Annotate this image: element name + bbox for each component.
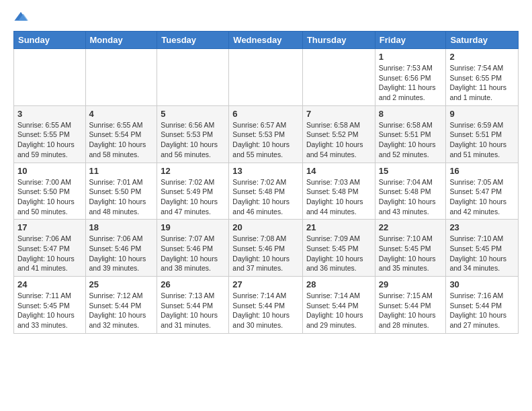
day-info: Sunrise: 7:00 AM Sunset: 5:50 PM Dayligh…	[17, 177, 82, 217]
logo	[13, 11, 31, 23]
day-cell: 10Sunrise: 7:00 AM Sunset: 5:50 PM Dayli…	[14, 163, 86, 220]
day-number: 17	[17, 222, 82, 232]
day-cell: 1Sunrise: 7:53 AM Sunset: 6:56 PM Daylig…	[375, 49, 446, 106]
day-cell: 3Sunrise: 6:55 AM Sunset: 5:55 PM Daylig…	[14, 105, 86, 163]
day-cell: 20Sunrise: 7:08 AM Sunset: 5:46 PM Dayli…	[229, 220, 303, 277]
day-number: 2	[449, 52, 515, 62]
calendar-table: SundayMondayTuesdayWednesdayThursdayFrid…	[13, 31, 519, 334]
day-info: Sunrise: 7:02 AM Sunset: 5:48 PM Dayligh…	[232, 177, 299, 217]
day-number: 16	[449, 166, 515, 176]
day-cell: 13Sunrise: 7:02 AM Sunset: 5:48 PM Dayli…	[229, 163, 303, 220]
day-cell: 23Sunrise: 7:10 AM Sunset: 5:45 PM Dayli…	[446, 220, 519, 277]
day-info: Sunrise: 6:56 AM Sunset: 5:53 PM Dayligh…	[161, 120, 225, 160]
day-cell: 4Sunrise: 6:55 AM Sunset: 5:54 PM Daylig…	[85, 105, 157, 163]
col-header-monday: Monday	[85, 32, 157, 49]
day-cell: 6Sunrise: 6:57 AM Sunset: 5:53 PM Daylig…	[229, 105, 303, 163]
day-number: 15	[379, 166, 443, 176]
day-cell: 27Sunrise: 7:14 AM Sunset: 5:44 PM Dayli…	[229, 277, 303, 334]
day-number: 27	[232, 279, 299, 289]
day-cell: 11Sunrise: 7:01 AM Sunset: 5:50 PM Dayli…	[85, 163, 157, 220]
day-info: Sunrise: 6:58 AM Sunset: 5:52 PM Dayligh…	[306, 120, 371, 160]
day-cell: 16Sunrise: 7:05 AM Sunset: 5:47 PM Dayli…	[446, 163, 519, 220]
day-number: 11	[89, 166, 154, 176]
col-header-friday: Friday	[375, 32, 446, 49]
day-info: Sunrise: 7:10 AM Sunset: 5:45 PM Dayligh…	[379, 234, 443, 273]
week-row-4: 17Sunrise: 7:06 AM Sunset: 5:47 PM Dayli…	[14, 220, 519, 277]
day-info: Sunrise: 6:55 AM Sunset: 5:54 PM Dayligh…	[89, 120, 154, 160]
day-info: Sunrise: 7:08 AM Sunset: 5:46 PM Dayligh…	[232, 234, 299, 273]
day-info: Sunrise: 7:03 AM Sunset: 5:48 PM Dayligh…	[306, 177, 371, 217]
day-cell: 15Sunrise: 7:04 AM Sunset: 5:48 PM Dayli…	[375, 163, 446, 220]
day-number: 19	[161, 222, 225, 232]
day-info: Sunrise: 7:06 AM Sunset: 5:46 PM Dayligh…	[89, 234, 154, 273]
day-cell: 12Sunrise: 7:02 AM Sunset: 5:49 PM Dayli…	[157, 163, 229, 220]
day-info: Sunrise: 7:12 AM Sunset: 5:44 PM Dayligh…	[89, 291, 154, 330]
day-cell	[302, 49, 375, 106]
day-number: 28	[306, 279, 371, 289]
header	[13, 11, 519, 23]
day-cell: 30Sunrise: 7:16 AM Sunset: 5:44 PM Dayli…	[446, 277, 519, 334]
day-cell	[14, 49, 86, 106]
day-number: 12	[161, 166, 225, 176]
day-number: 8	[379, 109, 443, 119]
day-cell: 2Sunrise: 7:54 AM Sunset: 6:55 PM Daylig…	[446, 49, 519, 106]
col-header-thursday: Thursday	[302, 32, 375, 49]
day-info: Sunrise: 7:11 AM Sunset: 5:45 PM Dayligh…	[17, 291, 82, 330]
day-cell: 17Sunrise: 7:06 AM Sunset: 5:47 PM Dayli…	[14, 220, 86, 277]
day-number: 25	[89, 279, 154, 289]
day-cell: 7Sunrise: 6:58 AM Sunset: 5:52 PM Daylig…	[302, 105, 375, 163]
day-number: 21	[306, 222, 371, 232]
day-cell: 25Sunrise: 7:12 AM Sunset: 5:44 PM Dayli…	[85, 277, 157, 334]
day-cell: 21Sunrise: 7:09 AM Sunset: 5:45 PM Dayli…	[302, 220, 375, 277]
day-cell: 8Sunrise: 6:58 AM Sunset: 5:51 PM Daylig…	[375, 105, 446, 163]
page: SundayMondayTuesdayWednesdayThursdayFrid…	[0, 0, 532, 345]
day-cell	[229, 49, 303, 106]
week-row-5: 24Sunrise: 7:11 AM Sunset: 5:45 PM Dayli…	[14, 277, 519, 334]
day-info: Sunrise: 6:58 AM Sunset: 5:51 PM Dayligh…	[379, 120, 443, 160]
day-cell: 18Sunrise: 7:06 AM Sunset: 5:46 PM Dayli…	[85, 220, 157, 277]
day-number: 30	[449, 279, 515, 289]
week-row-1: 1Sunrise: 7:53 AM Sunset: 6:56 PM Daylig…	[14, 49, 519, 106]
day-cell: 9Sunrise: 6:59 AM Sunset: 5:51 PM Daylig…	[446, 105, 519, 163]
col-header-sunday: Sunday	[14, 32, 86, 49]
day-number: 6	[232, 109, 299, 119]
day-number: 9	[449, 109, 515, 119]
day-info: Sunrise: 7:01 AM Sunset: 5:50 PM Dayligh…	[89, 177, 154, 217]
day-cell: 5Sunrise: 6:56 AM Sunset: 5:53 PM Daylig…	[157, 105, 229, 163]
day-info: Sunrise: 7:54 AM Sunset: 6:55 PM Dayligh…	[449, 63, 515, 103]
day-info: Sunrise: 7:14 AM Sunset: 5:44 PM Dayligh…	[232, 291, 299, 330]
day-number: 24	[17, 279, 82, 289]
day-info: Sunrise: 7:14 AM Sunset: 5:44 PM Dayligh…	[306, 291, 371, 330]
week-row-2: 3Sunrise: 6:55 AM Sunset: 5:55 PM Daylig…	[14, 105, 519, 163]
day-info: Sunrise: 7:09 AM Sunset: 5:45 PM Dayligh…	[306, 234, 371, 273]
day-info: Sunrise: 6:59 AM Sunset: 5:51 PM Dayligh…	[449, 120, 515, 160]
day-cell	[85, 49, 157, 106]
day-number: 13	[232, 166, 299, 176]
day-number: 23	[449, 222, 515, 232]
day-info: Sunrise: 6:57 AM Sunset: 5:53 PM Dayligh…	[232, 120, 299, 160]
day-info: Sunrise: 7:13 AM Sunset: 5:44 PM Dayligh…	[161, 291, 225, 330]
day-number: 10	[17, 166, 82, 176]
day-cell: 19Sunrise: 7:07 AM Sunset: 5:46 PM Dayli…	[157, 220, 229, 277]
logo-icon	[13, 11, 28, 23]
day-cell: 29Sunrise: 7:15 AM Sunset: 5:44 PM Dayli…	[375, 277, 446, 334]
day-info: Sunrise: 7:05 AM Sunset: 5:47 PM Dayligh…	[449, 177, 515, 217]
header-row: SundayMondayTuesdayWednesdayThursdayFrid…	[14, 32, 519, 49]
day-number: 18	[89, 222, 154, 232]
day-cell	[157, 49, 229, 106]
day-info: Sunrise: 7:06 AM Sunset: 5:47 PM Dayligh…	[17, 234, 82, 273]
day-number: 29	[379, 279, 443, 289]
day-info: Sunrise: 7:15 AM Sunset: 5:44 PM Dayligh…	[379, 291, 443, 330]
day-info: Sunrise: 7:53 AM Sunset: 6:56 PM Dayligh…	[379, 63, 443, 103]
day-number: 1	[379, 52, 443, 62]
day-number: 3	[17, 109, 82, 119]
day-cell: 26Sunrise: 7:13 AM Sunset: 5:44 PM Dayli…	[157, 277, 229, 334]
day-cell: 14Sunrise: 7:03 AM Sunset: 5:48 PM Dayli…	[302, 163, 375, 220]
day-number: 5	[161, 109, 225, 119]
day-info: Sunrise: 6:55 AM Sunset: 5:55 PM Dayligh…	[17, 120, 82, 160]
day-number: 7	[306, 109, 371, 119]
day-number: 22	[379, 222, 443, 232]
day-number: 4	[89, 109, 154, 119]
col-header-tuesday: Tuesday	[157, 32, 229, 49]
day-info: Sunrise: 7:16 AM Sunset: 5:44 PM Dayligh…	[449, 291, 515, 330]
